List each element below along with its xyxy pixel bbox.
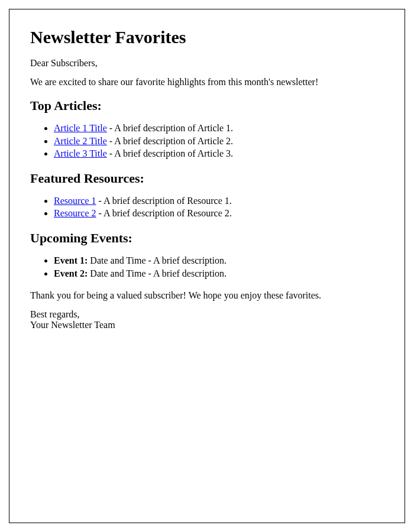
upcoming-events-list: Event 1: Date and Time - A brief descrip… [30, 254, 384, 280]
article-desc: - A brief description of Article 3. [107, 148, 233, 158]
event-desc: Date and Time - A brief description. [88, 255, 227, 265]
thanks-text: Thank you for being a valued subscriber!… [30, 290, 384, 301]
signoff: Best regards, Your Newsletter Team [30, 309, 384, 330]
top-articles-heading: Top Articles: [30, 98, 384, 113]
list-item: Article 2 Title - A brief description of… [54, 135, 384, 148]
resource-link[interactable]: Resource 1 [54, 196, 96, 206]
signoff-line2: Your Newsletter Team [30, 320, 115, 330]
featured-resources-heading: Featured Resources: [30, 171, 384, 186]
signoff-line1: Best regards, [30, 309, 80, 319]
event-label: Event 1: [54, 255, 88, 265]
list-item: Article 1 Title - A brief description of… [54, 122, 384, 135]
document-page: Newsletter Favorites Dear Subscribers, W… [9, 9, 405, 523]
greeting-text: Dear Subscribers, [30, 58, 384, 69]
article-link[interactable]: Article 3 Title [54, 148, 107, 158]
article-link[interactable]: Article 1 Title [54, 123, 107, 133]
resource-desc: - A brief description of Resource 1. [96, 196, 232, 206]
list-item: Resource 2 - A brief description of Reso… [54, 207, 384, 220]
list-item: Event 1: Date and Time - A brief descrip… [54, 254, 384, 267]
page-title: Newsletter Favorites [30, 27, 384, 47]
article-desc: - A brief description of Article 1. [107, 123, 233, 133]
top-articles-list: Article 1 Title - A brief description of… [30, 122, 384, 160]
list-item: Article 3 Title - A brief description of… [54, 147, 384, 160]
article-desc: - A brief description of Article 2. [107, 136, 233, 146]
event-desc: Date and Time - A brief description. [88, 268, 227, 278]
event-label: Event 2: [54, 268, 88, 278]
list-item: Event 2: Date and Time - A brief descrip… [54, 267, 384, 280]
intro-text: We are excited to share our favorite hig… [30, 77, 384, 87]
resource-desc: - A brief description of Resource 2. [96, 208, 232, 218]
upcoming-events-heading: Upcoming Events: [30, 231, 384, 246]
list-item: Resource 1 - A brief description of Reso… [54, 194, 384, 207]
article-link[interactable]: Article 2 Title [54, 136, 107, 146]
resource-link[interactable]: Resource 2 [54, 208, 96, 218]
featured-resources-list: Resource 1 - A brief description of Reso… [30, 194, 384, 220]
